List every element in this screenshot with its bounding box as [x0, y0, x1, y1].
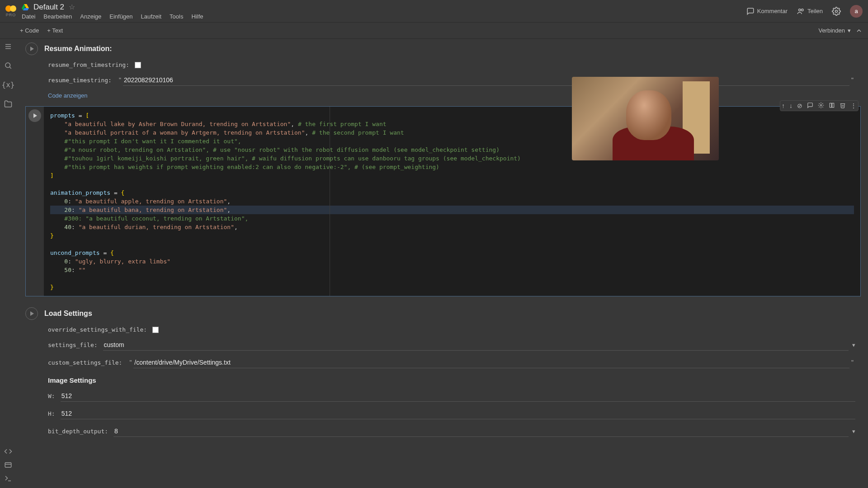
- svg-point-5: [835, 10, 838, 12]
- add-code-button[interactable]: + Code: [20, 27, 39, 34]
- resume-title: Resume Animation:: [44, 45, 112, 53]
- share-icon: [797, 7, 805, 15]
- svg-point-14: [820, 104, 822, 106]
- drive-icon: [22, 4, 29, 11]
- image-settings-title: Image Settings: [48, 376, 864, 384]
- code-editor[interactable]: prompts = [ "a beautiful lake by Asher B…: [44, 107, 860, 296]
- resume-timestring-label: resume_timestring:: [48, 77, 112, 84]
- bit-depth-label: bit_depth_output:: [48, 428, 108, 435]
- connect-label: Verbinden: [818, 27, 845, 34]
- svg-point-9: [5, 63, 10, 68]
- menu-bar: Datei Bearbeiten Anzeige Einfügen Laufze…: [22, 13, 203, 20]
- load-settings-title: Load Settings: [44, 310, 92, 318]
- more-cell-icon[interactable]: ⋮: [850, 102, 857, 109]
- custom-settings-file-label: custom_settings_file:: [48, 359, 122, 366]
- quote-close: ": [851, 76, 854, 84]
- menu-file[interactable]: Datei: [22, 13, 35, 20]
- main-content: Resume Animation: resume_from_timestring…: [16, 39, 868, 488]
- variables-icon[interactable]: {x}: [2, 80, 15, 89]
- logo-graphic: [5, 5, 16, 12]
- comment-cell-icon[interactable]: [807, 102, 813, 109]
- load-settings-section: Load Settings override_settings_with_fil…: [24, 307, 864, 437]
- menu-runtime[interactable]: Laufzeit: [141, 13, 162, 20]
- files-icon[interactable]: [4, 100, 12, 108]
- cell-settings-icon[interactable]: [818, 102, 824, 109]
- height-label: H:: [48, 410, 55, 417]
- link-cell-icon[interactable]: ⊘: [797, 102, 802, 109]
- override-settings-checkbox[interactable]: [152, 327, 159, 333]
- mirror-cell-icon[interactable]: [829, 102, 835, 109]
- share-button[interactable]: Teilen: [797, 7, 823, 15]
- share-label: Teilen: [807, 8, 823, 14]
- collapse-toolbar-icon[interactable]: [855, 27, 863, 34]
- code-cell: ↑ ↓ ⊘ ⋮ prompts = [ "a beautiful lake by: [25, 106, 861, 296]
- cell-toolbar: ↑ ↓ ⊘ ⋮: [780, 100, 859, 111]
- run-code-button[interactable]: [28, 109, 41, 122]
- colab-logo[interactable]: PRO: [5, 5, 16, 17]
- run-cell-button[interactable]: [25, 42, 38, 55]
- logo-pro-badge: PRO: [6, 13, 16, 17]
- move-up-icon[interactable]: ↑: [782, 102, 785, 109]
- resume-timestring-input[interactable]: [123, 75, 849, 86]
- comment-label: Kommentar: [757, 8, 788, 14]
- settings-icon[interactable]: [832, 7, 841, 16]
- toc-icon[interactable]: [4, 42, 12, 51]
- terminal-icon[interactable]: [4, 474, 12, 483]
- editor-ruler: [330, 107, 330, 296]
- move-down-icon[interactable]: ↓: [789, 102, 793, 109]
- document-title[interactable]: Default 2: [33, 3, 64, 12]
- comment-button[interactable]: Kommentar: [746, 7, 788, 15]
- menu-insert[interactable]: Einfügen: [109, 13, 132, 20]
- svg-rect-16: [832, 103, 834, 107]
- show-code-link[interactable]: Code anzeigen: [48, 92, 87, 99]
- svg-point-4: [802, 9, 804, 11]
- resume-from-timestring-checkbox[interactable]: [135, 62, 141, 68]
- quote-close: ": [851, 359, 854, 366]
- settings-file-label: settings_file:: [48, 342, 98, 348]
- comment-icon: [746, 7, 755, 15]
- app-header: PRO Default 2 ☆ Datei Bearbeiten Anzeige…: [0, 0, 868, 23]
- search-icon[interactable]: [4, 61, 12, 70]
- resume-from-timestring-label: resume_from_timestring:: [48, 61, 129, 68]
- custom-settings-file-input[interactable]: [133, 357, 849, 368]
- avatar-letter: a: [854, 8, 858, 14]
- star-icon[interactable]: ☆: [69, 3, 75, 11]
- command-palette-icon[interactable]: [4, 461, 12, 469]
- svg-rect-15: [830, 103, 831, 107]
- menu-edit[interactable]: Bearbeiten: [43, 13, 72, 20]
- chevron-down-icon: ▾: [848, 27, 851, 34]
- menu-help[interactable]: Hilfe: [191, 13, 203, 20]
- height-input[interactable]: [61, 408, 855, 419]
- svg-point-3: [799, 9, 801, 11]
- left-rail: {x}: [0, 39, 16, 488]
- svg-line-10: [9, 67, 11, 68]
- connect-button[interactable]: Verbinden ▾: [818, 27, 851, 34]
- delete-cell-icon[interactable]: [840, 102, 846, 109]
- bit-depth-select[interactable]: 8: [113, 426, 849, 437]
- svg-rect-11: [5, 463, 11, 468]
- quote-open: ": [129, 359, 132, 366]
- title-area: Default 2 ☆ Datei Bearbeiten Anzeige Ein…: [22, 3, 203, 20]
- chevron-down-icon: ▾: [852, 342, 855, 348]
- menu-tools[interactable]: Tools: [170, 13, 183, 20]
- code-gutter: [26, 107, 44, 296]
- width-input[interactable]: [61, 390, 855, 402]
- resume-animation-section: Resume Animation: resume_from_timestring…: [24, 42, 864, 99]
- webcam-overlay: [572, 77, 719, 160]
- quote-open: ": [119, 76, 121, 84]
- add-text-button[interactable]: + Text: [47, 27, 63, 34]
- code-snippets-icon[interactable]: [4, 447, 12, 455]
- override-settings-label: override_settings_with_file:: [48, 326, 147, 333]
- width-label: W:: [48, 393, 55, 399]
- settings-file-select[interactable]: custom: [103, 339, 849, 351]
- menu-view[interactable]: Anzeige: [80, 13, 101, 20]
- user-avatar[interactable]: a: [850, 5, 863, 18]
- chevron-down-icon: ▾: [852, 428, 855, 435]
- notebook-toolbar: + Code + Text Verbinden ▾: [0, 23, 868, 39]
- run-cell-button[interactable]: [25, 307, 38, 320]
